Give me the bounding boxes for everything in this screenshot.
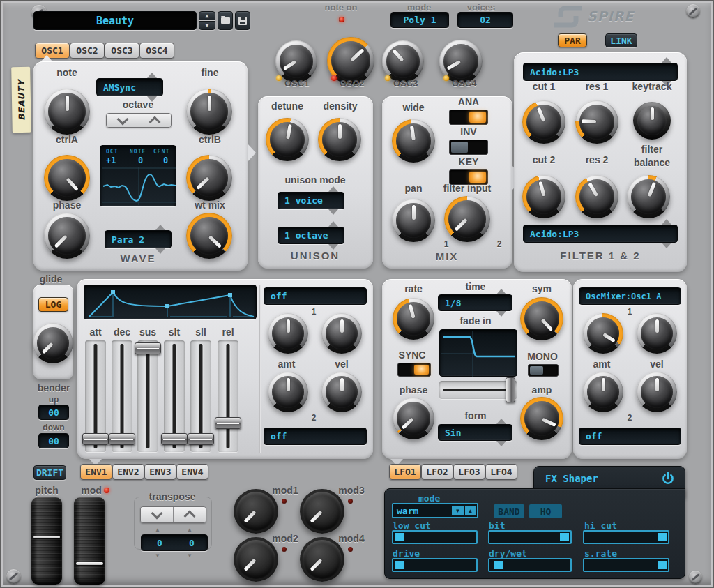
glide-knob[interactable] — [33, 323, 73, 363]
env-rel-slider[interactable] — [218, 340, 238, 452]
fx-drywet-slider[interactable] — [488, 558, 572, 572]
link-button[interactable]: LINK — [605, 33, 637, 47]
keytrack-knob[interactable] — [633, 102, 671, 140]
octave-down-button[interactable] — [107, 114, 139, 127]
osc-mode-display[interactable]: AMSync — [96, 78, 163, 96]
mod2-knob[interactable] — [234, 537, 278, 582]
env-sus-slider[interactable] — [137, 340, 158, 452]
voices-display[interactable]: 02 — [457, 12, 513, 28]
matrix-vel2-knob[interactable] — [637, 372, 677, 412]
transpose-semi-up-icon[interactable]: ▲ — [155, 527, 160, 533]
matrix-amt2-knob[interactable] — [583, 372, 623, 412]
glide-log-button[interactable]: LOG — [38, 297, 68, 312]
amp-knob[interactable] — [520, 397, 563, 440]
octave-up-button[interactable] — [139, 114, 172, 127]
matrix-slot2-display[interactable]: off — [579, 428, 681, 445]
transpose-up-button[interactable] — [174, 507, 206, 522]
tab-lfo4[interactable]: LFO4 — [485, 464, 517, 480]
tab-lfo1[interactable]: LFO1 — [389, 464, 421, 480]
preset-next-button[interactable]: ▼ — [199, 21, 215, 30]
env-amt2-knob[interactable] — [268, 372, 308, 412]
filter1-type-display[interactable]: Acido:LP3 — [523, 63, 678, 81]
env-slot2-display[interactable]: off — [264, 428, 367, 445]
tab-env3[interactable]: ENV3 — [144, 464, 176, 480]
ana-toggle[interactable] — [449, 110, 488, 125]
preset-display[interactable]: Beauty — [33, 11, 197, 30]
filter2-type-display[interactable]: Acido:LP3 — [523, 225, 678, 243]
filter-input-knob[interactable] — [444, 196, 490, 242]
tab-lfo3[interactable]: LFO3 — [453, 464, 485, 480]
mode-display[interactable]: Poly 1 — [390, 12, 449, 28]
fx-lowcut-slider[interactable] — [392, 530, 478, 544]
unison-octaves-display[interactable]: 1 octave — [278, 227, 344, 244]
dropdown-down-icon[interactable]: ▼ — [452, 506, 464, 515]
ctrlb-knob[interactable] — [186, 155, 232, 201]
wide-knob[interactable] — [392, 119, 435, 163]
lfo-form-display[interactable]: Sin — [438, 424, 512, 441]
tab-env1[interactable]: ENV1 — [80, 464, 112, 480]
fx-band-button[interactable]: BAND — [494, 504, 524, 518]
dropdown-up-icon[interactable]: ▲ — [465, 506, 476, 515]
octave-stepper[interactable] — [106, 113, 172, 128]
osc-phase-knob[interactable] — [44, 213, 90, 259]
sync-toggle[interactable] — [397, 363, 431, 377]
env-sll-slider[interactable] — [190, 340, 211, 452]
env-dec-slider[interactable] — [112, 340, 132, 452]
env-slot1-display[interactable]: off — [264, 287, 367, 305]
tab-env2[interactable]: ENV2 — [112, 464, 144, 480]
env-vel1-knob[interactable] — [321, 313, 362, 354]
fx-hq-button[interactable]: HQ — [529, 504, 562, 518]
mod-wheel[interactable] — [74, 497, 105, 585]
transpose-semi-down-icon[interactable]: ▼ — [155, 553, 160, 559]
inv-toggle[interactable] — [449, 140, 488, 155]
tab-env4[interactable]: ENV4 — [176, 464, 208, 480]
density-knob[interactable] — [318, 118, 361, 161]
detune-knob[interactable] — [266, 118, 309, 161]
lfo-phase-knob[interactable] — [393, 398, 434, 439]
transpose-fine-down-icon[interactable]: ▼ — [187, 553, 192, 559]
cut1-knob[interactable] — [522, 100, 565, 144]
transpose-down-button[interactable] — [141, 507, 174, 522]
fx-drive-slider[interactable] — [392, 558, 478, 572]
filter-balance-knob[interactable] — [627, 175, 670, 218]
env-att-slider[interactable] — [85, 340, 106, 452]
matrix-vel1-knob[interactable] — [637, 313, 677, 354]
tab-osc4[interactable]: OSC4 — [139, 43, 174, 59]
osc1-level-knob[interactable] — [275, 40, 317, 82]
mod4-knob[interactable] — [300, 537, 344, 582]
par-button[interactable]: PAR — [558, 33, 587, 47]
fadein-slider[interactable] — [439, 381, 517, 399]
lfo-time-display[interactable]: 1/8 — [438, 294, 512, 311]
fx-mode-dropdown[interactable]: warm ▼ ▲ — [392, 503, 478, 518]
fx-srate-slider[interactable] — [583, 558, 669, 572]
mono-toggle[interactable] — [528, 364, 559, 377]
res2-knob[interactable] — [575, 175, 618, 218]
tab-osc3[interactable]: OSC3 — [105, 43, 139, 59]
transpose-fine-up-icon[interactable]: ▲ — [187, 527, 192, 533]
wave-select-display[interactable]: Para 2 — [105, 230, 172, 248]
ctrla-knob[interactable] — [44, 155, 90, 201]
transpose-display[interactable]: 0 0 — [141, 534, 208, 551]
lfo-graph-display[interactable] — [439, 329, 517, 377]
wave-readout-display[interactable]: OCT NOTE CENT +1 0 0 — [100, 145, 176, 206]
env-slt-slider[interactable] — [164, 340, 185, 452]
cut2-knob[interactable] — [522, 175, 565, 218]
bender-up-display[interactable]: 00 — [38, 405, 69, 420]
mod1-knob[interactable] — [234, 489, 278, 534]
fine-knob[interactable] — [186, 89, 232, 135]
pitch-wheel[interactable] — [31, 497, 62, 585]
fx-bit-slider[interactable] — [488, 530, 572, 544]
matrix-slot1-display[interactable]: OscMixer:Osc1 A — [579, 287, 681, 305]
preset-prev-button[interactable]: ▲ — [199, 11, 215, 20]
wtmix-knob[interactable] — [186, 213, 232, 259]
drift-button[interactable]: DRIFT — [33, 465, 66, 480]
save-preset-button[interactable] — [235, 11, 250, 30]
open-folder-button[interactable] — [218, 11, 233, 30]
rate-knob[interactable] — [393, 298, 434, 340]
power-icon[interactable] — [661, 472, 675, 485]
matrix-amt1-knob[interactable] — [583, 313, 623, 354]
transpose-stepper[interactable] — [140, 506, 206, 523]
pan-knob[interactable] — [392, 199, 435, 242]
fx-hicut-slider[interactable] — [583, 530, 669, 544]
tab-lfo2[interactable]: LFO2 — [421, 464, 453, 480]
